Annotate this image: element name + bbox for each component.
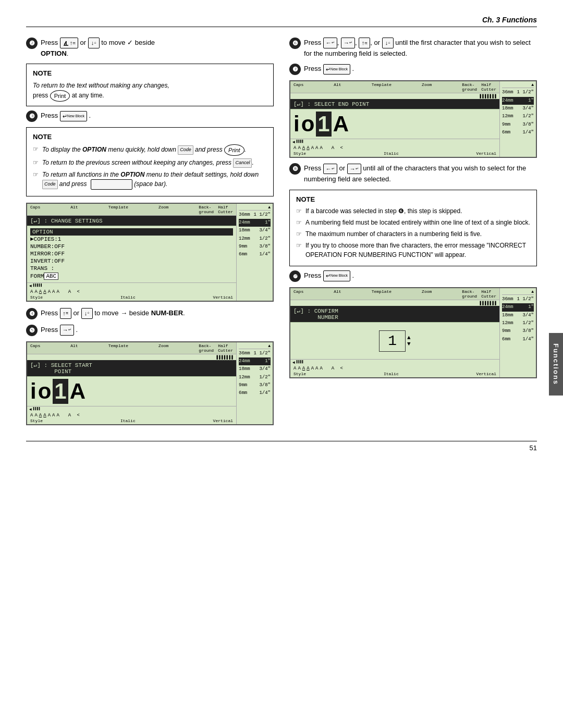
chapter-title: Ch. 3 Functions: [26, 16, 537, 27]
lcd-char-i: i: [30, 379, 36, 404]
step-6-press: Press: [304, 39, 321, 46]
lcd-cs-with-sizes: Caps Alt Template Zoom Back-ground HalfC…: [27, 204, 273, 301]
step-6: ❻ Press ←↵, →↵, ↑π, or ↓÷ until the firs…: [289, 38, 537, 58]
lcd-item-number: NUMBER:OFF: [30, 243, 233, 250]
lcd-select-start: Caps Alt Template Zoom Back-ground HalfC…: [26, 341, 274, 425]
note-3-item2-text: A numbering field must be located entire…: [305, 218, 530, 227]
lcd-se-menu-row: [↵] : SELECT END POINT: [290, 99, 499, 109]
lcd-cn-number: 1: [379, 330, 406, 352]
step-3: ❸ Press ↵New Block .: [26, 110, 274, 122]
note-3-item1-text: If a barcode was selected in step ❻, thi…: [305, 206, 462, 216]
step-8-content: Press ←↵ or →↵ until all of the characte…: [304, 163, 537, 184]
key-left-6[interactable]: ←↵: [323, 38, 337, 48]
note-2-item3-text: To return all functions in the OPTION me…: [42, 170, 267, 190]
step-2-or: or: [80, 39, 88, 46]
note-icon-2: ☞: [33, 158, 40, 167]
lcd-se-dots-top: ▌▌▌▌▌▌▌: [290, 93, 499, 99]
lcd-se-char-i: i: [293, 112, 300, 137]
step-5-press: Press: [41, 326, 58, 334]
left-column: ❷ Press ↑ ↑π or ↓÷ to move ✓ beside OPTI…: [26, 38, 274, 430]
note-3-item4: ☞ If you try to choose more than five ch…: [296, 241, 530, 260]
lcd-cn-dots-top: ▌▌▌▌▌▌▌: [290, 300, 499, 306]
lcd-ss-main: Caps Alt Template Zoom Back-ground HalfC…: [27, 342, 236, 424]
note-icon-3: ☞: [33, 170, 40, 179]
cancel-key[interactable]: Cancel: [233, 158, 252, 168]
lcd-size-6: 6mm1/4": [239, 251, 271, 258]
lcd-se-label-row: Style Italic Vertical: [290, 151, 499, 157]
print-btn-2[interactable]: Print: [224, 144, 244, 156]
key-right-8[interactable]: →↵: [347, 164, 361, 175]
lcd-right-labels: Back-ground HalfCutter: [199, 205, 233, 214]
lcd-ss-chars: i o 1 A: [27, 377, 236, 406]
step-4-or: or: [73, 309, 81, 317]
lcd-ss-dots-bottom: ◄▌▌▌▌: [27, 406, 236, 412]
key-up-4[interactable]: ↑π: [60, 308, 71, 319]
lcd-cs-arrow: ▲: [239, 205, 271, 211]
lcd-se-char-A: A: [333, 112, 349, 137]
note-3-item1: ☞ If a barcode was selected in step ❻, t…: [296, 206, 530, 216]
note-2-item2: ☞ To return to the previous screen witho…: [33, 158, 267, 168]
step-10-content: Press ↵New Block .: [304, 270, 537, 281]
page-footer: 51: [26, 441, 537, 452]
step-7-number: ❼: [289, 64, 301, 75]
key-up-6[interactable]: ↑π: [359, 38, 370, 48]
side-tab-label: Functions: [552, 343, 560, 385]
step-7-content: Press ↵New Block .: [304, 64, 537, 75]
step-10-number: ❿: [289, 270, 301, 282]
lcd-cs-enter-label: [↵] : CHANGE SETTINGS: [30, 217, 103, 224]
key-down-6[interactable]: ↓÷: [382, 38, 394, 48]
print-button-note1[interactable]: Print: [50, 90, 70, 102]
spacebar-key[interactable]: [91, 179, 132, 190]
key-down[interactable]: ↓÷: [88, 38, 100, 48]
step-2-number: ❷: [26, 38, 38, 49]
lcd-cs-main: Caps Alt Template Zoom Back-ground HalfC…: [27, 204, 236, 301]
step-8-number: ❽: [289, 163, 301, 175]
key-up[interactable]: ↑ ↑π: [60, 38, 78, 48]
lcd-se-chars: i o 1 A: [290, 109, 499, 139]
key-enter-7[interactable]: ↵New Block: [323, 64, 350, 75]
lcd-se-sizes: ▲ 36mm1 1/2" 24mm1" 18mm3/4" 12mm1/2" 9m…: [499, 81, 536, 157]
lcd-ss-menu-row: [↵] : SELECT START POINT: [27, 360, 236, 377]
lcd-zoom: Zoom: [158, 205, 168, 214]
lcd-cn-dots-bottom: ◄▌▌▌▌: [290, 359, 499, 365]
note-icon-1: ☞: [33, 144, 40, 154]
lcd-cs-indicators: A A A A A A A A <: [27, 289, 236, 295]
note-1-title: NOTE: [33, 68, 267, 79]
lcd-char-o: o: [38, 379, 52, 404]
lcd-ss-top-bar: Caps Alt Template Zoom Back-ground HalfC…: [27, 342, 236, 354]
lcd-size-18: 18mm3/4": [239, 227, 271, 235]
code-key-2[interactable]: Code: [42, 180, 58, 189]
lcd-item-option: OPTION: [30, 228, 233, 236]
step-3-press: Press: [41, 112, 58, 119]
lcd-se-with-sizes: Caps Alt Template Zoom Back-ground HalfC…: [290, 81, 536, 157]
key-left-8[interactable]: ←↵: [323, 164, 337, 175]
step-4-press: Press: [41, 309, 58, 317]
lcd-template: Template: [108, 205, 128, 214]
lcd-cs-body: [↵] : CHANGE SETTINGS OPTION ►COPIES:1 N…: [27, 216, 236, 301]
key-enter-10[interactable]: ↵New Block: [323, 270, 350, 281]
lcd-ss-with-sizes: Caps Alt Template Zoom Back-ground HalfC…: [27, 342, 273, 424]
page-number: 51: [530, 444, 537, 452]
key-enter-3[interactable]: ↵New Block: [60, 111, 87, 122]
svg-text:↑: ↑: [64, 42, 65, 45]
lcd-select-end: Caps Alt Template Zoom Back-ground HalfC…: [289, 80, 537, 158]
lcd-cs-label-row: Style Italic Vertical: [27, 295, 236, 301]
key-down-4[interactable]: ↓÷: [81, 308, 93, 319]
note-box-2: NOTE ☞ To display the OPTION menu quickl…: [26, 127, 274, 196]
lcd-char-1-selected: 1: [53, 379, 68, 404]
step-7-press: Press: [304, 65, 321, 72]
lcd-cn-sizes: ▲ 36mm1 1/2" 24mm1" 18mm3/4" 12mm1/2" 9m…: [499, 288, 536, 377]
lcd-se-indicators: A A A A A A A A <: [290, 145, 499, 151]
lcd-alt: Alt: [70, 205, 78, 214]
note-1-body: To return to the text without making any…: [33, 81, 267, 102]
step-6-content: Press ←↵, →↵, ↑π, or ↓÷ until the first …: [304, 38, 537, 58]
step-7: ❼ Press ↵New Block .: [289, 64, 537, 75]
key-enter-5[interactable]: →↵: [60, 325, 74, 336]
step-8-text-after: until all of the characters that you wis…: [304, 164, 526, 183]
code-key-1[interactable]: Code: [178, 145, 193, 155]
lcd-background: Back-ground: [199, 205, 214, 214]
lcd-se-main: Caps Alt Template Zoom Back-ground HalfC…: [290, 81, 499, 157]
step-5-number: ❺: [26, 325, 38, 336]
right-column: ❻ Press ←↵, →↵, ↑π, or ↓÷ until the firs…: [289, 38, 537, 430]
key-right-6[interactable]: →↵: [341, 38, 355, 48]
